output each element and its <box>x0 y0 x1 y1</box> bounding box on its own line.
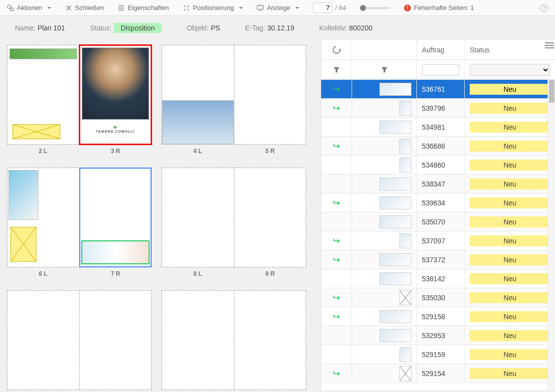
job-thumbnail <box>379 178 411 191</box>
job-thumbnail <box>379 272 411 285</box>
auftrag-cell: 539796 <box>417 99 465 117</box>
undo-icon[interactable]: ↩ <box>333 103 340 114</box>
filter-icon[interactable] <box>333 66 340 73</box>
filter-status-select[interactable] <box>470 64 550 76</box>
job-thumbnail <box>379 310 411 323</box>
undo-icon[interactable]: ↩ <box>333 141 340 152</box>
close-button[interactable]: Schließen <box>65 4 104 11</box>
job-thumbnail <box>399 158 411 173</box>
table-row[interactable]: ↩ 536686 Neu <box>321 137 555 156</box>
svg-rect-2 <box>257 5 263 9</box>
table-row[interactable]: ↩ 539634 Neu <box>321 194 555 212</box>
table-row[interactable]: ↩ 536761 Neu <box>321 80 555 99</box>
panel-menu-icon[interactable] <box>545 41 554 50</box>
job-thumbnail <box>379 253 411 266</box>
page-right[interactable] <box>234 290 307 390</box>
page-left[interactable] <box>162 45 234 145</box>
undo-icon[interactable]: ↩ <box>333 311 340 322</box>
page-left[interactable] <box>162 290 234 390</box>
col-header-auftrag[interactable]: Auftrag <box>417 40 465 59</box>
page-right[interactable] <box>79 290 152 390</box>
page-right[interactable] <box>79 168 152 267</box>
table-row[interactable]: 535070 Neu <box>321 212 555 231</box>
table-row[interactable]: 534860 Neu <box>321 156 555 175</box>
job-thumbnail <box>379 83 411 96</box>
filter-auftrag-input[interactable] <box>422 64 459 75</box>
page-label-left: 4 L <box>162 148 234 155</box>
error-icon: ! <box>404 4 411 11</box>
actions-menu[interactable]: Aktionen <box>7 4 51 11</box>
help-button[interactable]: ? <box>540 4 548 12</box>
status-chip: Neu <box>470 179 550 190</box>
scrollbar-vertical[interactable] <box>548 80 555 390</box>
close-icon <box>65 4 72 11</box>
actions-label: Aktionen <box>17 4 42 11</box>
table-row[interactable]: 538347 Neu <box>321 175 555 194</box>
zoom-slider[interactable] <box>360 7 390 9</box>
page-label-right: 7 R <box>79 270 152 277</box>
undo-icon[interactable]: ↩ <box>333 197 340 208</box>
page-left[interactable] <box>7 290 80 390</box>
spreads-panel[interactable]: TAMARA COMOLLI··········· ········ ·····… <box>0 40 321 390</box>
table-row[interactable]: 529159 Neu <box>321 345 555 364</box>
spread: 4 L 5 R <box>162 45 306 155</box>
page-right[interactable]: TAMARA COMOLLI··········· ········ ·····… <box>79 45 152 145</box>
auftrag-cell: 535030 <box>417 288 465 307</box>
positioning-menu[interactable]: Positionierung <box>183 4 243 11</box>
svg-point-0 <box>7 4 11 8</box>
spreads-grid: TAMARA COMOLLI··········· ········ ·····… <box>7 45 314 390</box>
error-label: Fehlerhafte Seiten: 1 <box>414 4 474 11</box>
undo-icon[interactable]: ↩ <box>333 292 340 303</box>
table-row[interactable]: ↩ 535030 Neu <box>321 288 555 307</box>
jobs-panel: Auftrag Status ↩ 536761 Neu ↩ 539796 Neu <box>321 40 555 390</box>
page-right[interactable] <box>234 168 307 267</box>
table-row[interactable]: 534981 Neu <box>321 118 555 137</box>
col-header-status[interactable]: Status <box>465 40 555 59</box>
page-total: / 84 <box>335 4 346 11</box>
properties-button[interactable]: Eigenschaften <box>118 4 169 11</box>
positioning-label: Positionierung <box>193 4 234 11</box>
table-row[interactable]: ↩ 529158 Neu <box>321 307 555 326</box>
grid-body[interactable]: ↩ 536761 Neu ↩ 539796 Neu 534981 Neu ↩ 5… <box>321 80 555 390</box>
undo-icon[interactable]: ↩ <box>333 84 340 95</box>
status-chip: Neu <box>470 368 550 379</box>
zoom-thumb[interactable] <box>360 5 366 11</box>
table-row[interactable]: ↩ 529154 Neu <box>321 364 555 383</box>
page-right[interactable] <box>234 45 307 145</box>
job-thumbnail <box>379 215 411 228</box>
object-label: Objekt: <box>186 24 208 32</box>
page-left[interactable] <box>7 45 80 145</box>
meta-bar: Name: Plan 101 Status: Disposition Objek… <box>0 16 555 40</box>
spread: 6 L 7 R <box>7 168 152 277</box>
monitor-icon <box>257 4 264 11</box>
status-chip: Neu <box>470 141 550 152</box>
page-input[interactable] <box>313 2 332 13</box>
status-chip: Neu <box>470 84 550 95</box>
job-thumbnail <box>379 329 411 342</box>
kollektiv-label: Kollektiv: <box>319 24 347 32</box>
table-row[interactable]: 538142 Neu <box>321 269 555 288</box>
error-pages-indicator[interactable]: ! Fehlerhafte Seiten: 1 <box>404 4 474 11</box>
page-left[interactable] <box>7 168 80 267</box>
list-icon <box>118 4 125 11</box>
job-thumbnail <box>399 101 411 116</box>
undo-icon[interactable]: ↩ <box>333 254 340 265</box>
table-row[interactable]: ↩ 537372 Neu <box>321 250 555 269</box>
table-row[interactable]: ↩ 539796 Neu <box>321 99 555 118</box>
table-row[interactable]: 532953 Neu <box>321 326 555 345</box>
job-thumbnail <box>399 366 411 381</box>
job-thumbnail <box>399 139 411 154</box>
status-chip: Neu <box>470 197 550 208</box>
gears-icon <box>7 4 14 11</box>
undo-icon[interactable]: ↩ <box>333 368 340 379</box>
page-label-right: 3 R <box>79 148 152 155</box>
properties-label: Eigenschaften <box>128 4 169 11</box>
undo-icon[interactable]: ↩ <box>333 235 340 246</box>
scrollbar-thumb[interactable] <box>549 80 555 103</box>
filter-icon[interactable] <box>381 66 388 73</box>
reload-icon[interactable] <box>331 44 342 55</box>
table-row[interactable]: ↩ 537097 Neu <box>321 231 555 250</box>
page-left[interactable] <box>162 168 234 267</box>
job-thumbnail <box>379 121 411 134</box>
display-menu[interactable]: Anzeige <box>257 4 299 11</box>
